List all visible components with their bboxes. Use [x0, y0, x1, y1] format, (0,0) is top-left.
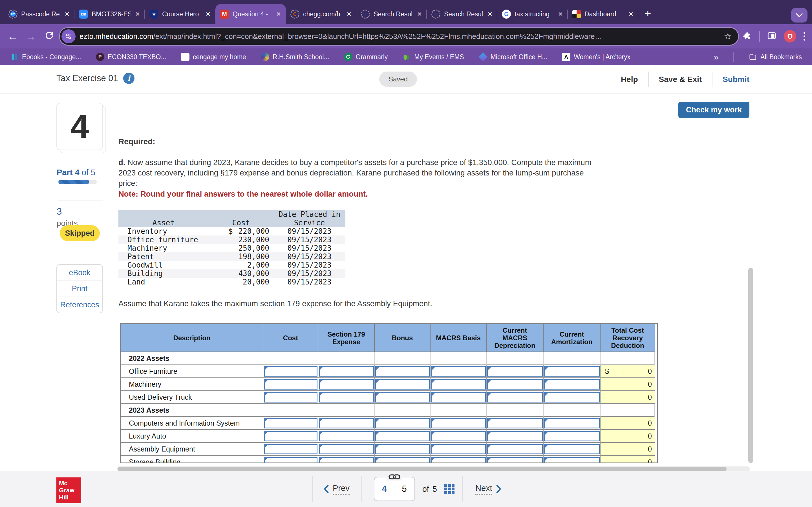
browser-tab[interactable]: ★Search Resul×: [356, 4, 427, 24]
answer-input[interactable]: [431, 431, 486, 441]
browser-tab[interactable]: Cchegg.com/h×: [286, 4, 356, 24]
prev-button[interactable]: Prev: [323, 484, 350, 495]
bookmark-item[interactable]: cengage my home: [181, 53, 246, 61]
all-bookmarks-button[interactable]: All Bookmarks: [749, 53, 802, 61]
answer-input[interactable]: [544, 418, 600, 429]
tab-close-icon[interactable]: ×: [346, 10, 352, 18]
answer-input[interactable]: [487, 366, 543, 377]
answer-input[interactable]: [544, 431, 600, 441]
browser-tab[interactable]: Gtax structing×: [497, 4, 568, 24]
bookmark-item[interactable]: GGrammarly: [344, 53, 388, 61]
answer-input[interactable]: [264, 366, 317, 377]
answer-input[interactable]: [487, 418, 543, 429]
print-link[interactable]: Print: [57, 281, 102, 297]
save-exit-button[interactable]: Save & Exit: [659, 75, 702, 84]
tab-close-icon[interactable]: ×: [64, 10, 70, 18]
browser-menu-icon[interactable]: [804, 32, 805, 41]
answer-input[interactable]: [319, 379, 374, 390]
answer-input[interactable]: [264, 444, 317, 454]
answer-input[interactable]: [487, 457, 543, 463]
new-tab-button[interactable]: +: [645, 8, 651, 19]
browser-tab[interactable]: Dashboard×: [568, 4, 638, 24]
answer-input[interactable]: [264, 379, 317, 390]
forward-icon[interactable]: →: [26, 31, 36, 42]
answer-input[interactable]: [487, 431, 543, 441]
answer-input[interactable]: [544, 392, 600, 402]
browser-tab-active[interactable]: MQuestion 4 -×: [215, 4, 286, 24]
answer-input[interactable]: [375, 457, 430, 463]
tab-close-icon[interactable]: ×: [628, 10, 634, 18]
answer-input[interactable]: [319, 418, 374, 429]
page-number-box[interactable]: 4 5: [374, 477, 415, 501]
browser-tab[interactable]: ★Search Resul×: [427, 4, 497, 24]
ebook-link[interactable]: eBook: [57, 265, 102, 281]
answer-input[interactable]: [487, 444, 543, 454]
bookmark-item[interactable]: ΛWomen's | Arc'teryx: [562, 53, 630, 61]
bookmark-item[interactable]: PECON330 TEXBO...: [96, 53, 166, 61]
tab-close-icon[interactable]: ×: [135, 10, 140, 18]
answer-input[interactable]: [319, 431, 374, 441]
vertical-scrollbar-thumb[interactable]: [748, 268, 753, 463]
tab-close-icon[interactable]: ×: [276, 10, 282, 18]
check-my-work-button[interactable]: Check my work: [678, 102, 749, 118]
address-bar[interactable]: ezto.mheducation.com/ext/map/index.html?…: [60, 28, 738, 45]
answer-input[interactable]: [375, 431, 430, 441]
tab-close-icon[interactable]: ×: [558, 10, 563, 18]
tab-close-icon[interactable]: ×: [487, 10, 493, 18]
bookmark-item[interactable]: R.H.Smith School...: [261, 53, 329, 61]
answer-input[interactable]: [264, 392, 317, 402]
answer-input[interactable]: [487, 392, 543, 402]
bookmark-star-icon[interactable]: ☆: [724, 31, 732, 42]
url-path: /ext/map/index.html?_con=con&external_br…: [153, 32, 602, 41]
bookmark-item[interactable]: My Events / EMS: [402, 53, 464, 61]
answer-input[interactable]: [544, 366, 600, 377]
answer-input[interactable]: [431, 392, 486, 402]
answer-input[interactable]: [264, 418, 317, 429]
answer-input[interactable]: [431, 444, 486, 454]
answer-input[interactable]: [431, 379, 486, 390]
bookmark-item[interactable]: Ebooks - Cengage...: [10, 53, 81, 61]
answer-input[interactable]: [375, 366, 430, 377]
answer-input[interactable]: [544, 379, 600, 390]
side-panel-icon[interactable]: [767, 31, 776, 42]
answer-input[interactable]: [544, 457, 600, 463]
answer-input[interactable]: [544, 444, 600, 454]
browser-tab[interactable]: ★Course Hero×: [145, 4, 215, 24]
answer-input[interactable]: [487, 379, 543, 390]
browser-tab[interactable]: zmBMGT326-ES×: [74, 4, 145, 24]
horizontal-scrollbar-thumb[interactable]: [117, 467, 726, 471]
current-page[interactable]: 4: [374, 484, 395, 494]
answer-input[interactable]: [264, 431, 317, 441]
question-grid-icon[interactable]: [444, 484, 455, 494]
bookmark-item[interactable]: Microsoft Office H...: [479, 53, 548, 61]
help-button[interactable]: Help: [621, 75, 638, 84]
answer-input[interactable]: [319, 392, 374, 402]
answer-input[interactable]: [375, 418, 430, 429]
linked-page[interactable]: 5: [395, 484, 414, 494]
answer-input[interactable]: [264, 457, 317, 463]
references-link[interactable]: References: [57, 297, 102, 313]
next-button[interactable]: Next: [475, 484, 502, 495]
asset-name: Inventory: [118, 227, 209, 235]
profile-avatar[interactable]: O: [784, 30, 796, 43]
answer-input[interactable]: [319, 444, 374, 454]
answer-input[interactable]: [375, 444, 430, 454]
tab-close-icon[interactable]: ×: [205, 10, 211, 18]
extensions-icon[interactable]: [743, 31, 752, 41]
submit-button[interactable]: Submit: [723, 75, 749, 84]
tab-close-icon[interactable]: ×: [417, 10, 422, 18]
info-icon[interactable]: i: [123, 73, 135, 84]
browser-tab[interactable]: zmPasscode Re×: [4, 4, 74, 24]
answer-input[interactable]: [431, 457, 486, 463]
site-settings-icon[interactable]: [61, 29, 75, 43]
tab-search-button[interactable]: [791, 8, 808, 22]
answer-input[interactable]: [319, 457, 374, 463]
bookmarks-overflow-icon[interactable]: »: [714, 52, 719, 62]
answer-input[interactable]: [431, 418, 486, 429]
back-icon[interactable]: ←: [7, 31, 18, 42]
answer-input[interactable]: [431, 366, 486, 377]
answer-input[interactable]: [319, 366, 374, 377]
reload-icon[interactable]: [45, 31, 54, 42]
answer-input[interactable]: [375, 392, 430, 402]
answer-input[interactable]: [375, 379, 430, 390]
